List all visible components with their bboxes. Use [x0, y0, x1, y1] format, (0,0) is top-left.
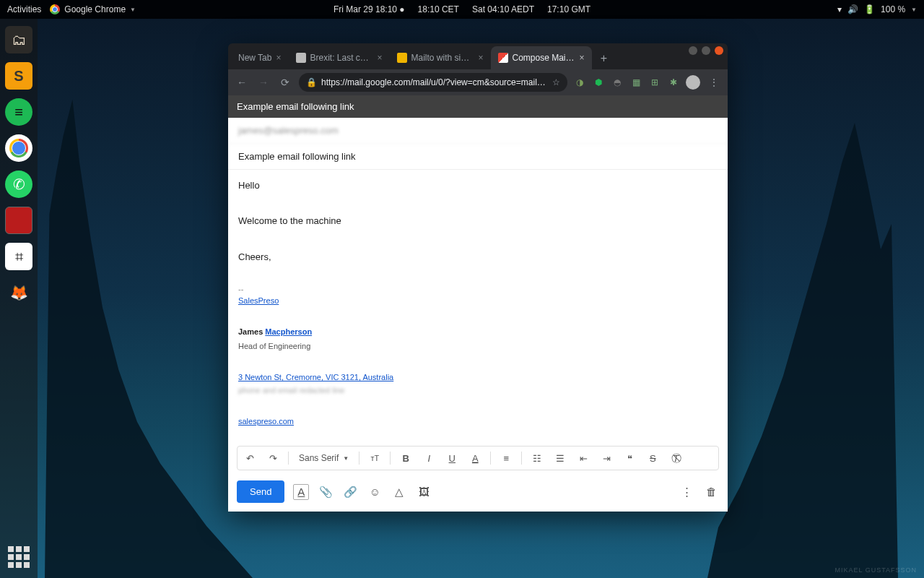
- insert-photo-button[interactable]: 🖼: [416, 484, 432, 500]
- network-icon: ▾: [837, 4, 842, 14]
- redo-button[interactable]: ↷: [265, 449, 281, 467]
- browser-tab[interactable]: Brexit: Last chance to… ×: [289, 46, 390, 69]
- chrome-menu-button[interactable]: ⋮: [706, 74, 722, 90]
- ubuntu-dock: 🗂 S ≡ ✆ ⌗ 🦊: [0, 19, 38, 578]
- extension-icon[interactable]: ◓: [611, 76, 624, 89]
- close-icon[interactable]: ×: [377, 53, 382, 63]
- text-color-button[interactable]: A: [467, 449, 483, 467]
- browser-tab[interactable]: New Tab ×: [231, 46, 289, 69]
- attach-button[interactable]: 📎: [318, 484, 334, 500]
- compose-title-bar: Example email following link: [228, 95, 728, 118]
- chevron-down-icon: ▼: [911, 7, 917, 13]
- indent-less-button[interactable]: ⇤: [575, 449, 591, 467]
- forward-button[interactable]: →: [256, 74, 271, 90]
- formatting-toggle-button[interactable]: A: [293, 484, 309, 500]
- emoji-button[interactable]: ☺: [367, 484, 383, 500]
- wallpaper-credit: MIKAEL GUSTAFSSON: [834, 566, 917, 574]
- align-button[interactable]: ≡: [498, 449, 514, 467]
- address-bar-row: ← → ⟳ 🔒 https://mail.google.com/mail/u/0…: [228, 69, 728, 95]
- bullet-list-button[interactable]: ☰: [552, 449, 568, 467]
- formatting-toolbar: ↶ ↷ Sans Serif▼ тT B I U A ≡ ☷ ☰ ⇤ ⇥ ❝ S…: [237, 446, 719, 470]
- battery-percent: 100 %: [881, 4, 905, 14]
- spotify-icon[interactable]: ≡: [5, 98, 32, 126]
- extension-icon[interactable]: ▦: [629, 76, 642, 89]
- font-selector[interactable]: Sans Serif▼: [296, 453, 352, 463]
- drive-button[interactable]: △: [391, 484, 407, 500]
- close-icon[interactable]: ×: [276, 53, 281, 63]
- chrome-dock-icon[interactable]: [5, 134, 32, 162]
- close-icon[interactable]: ×: [478, 53, 483, 63]
- favicon: [296, 53, 306, 63]
- slack-icon[interactable]: ⌗: [5, 243, 32, 270]
- send-button[interactable]: Send: [237, 480, 284, 503]
- gmail-icon: [498, 53, 508, 63]
- discard-draft-button[interactable]: 🗑: [703, 484, 719, 500]
- clock-extra: 17:10 GMT: [547, 4, 590, 14]
- window-maximize[interactable]: [702, 46, 710, 55]
- numbered-list-button[interactable]: ☷: [529, 449, 545, 467]
- insert-link-button[interactable]: 🔗: [342, 484, 358, 500]
- signature-name-link[interactable]: Macpherson: [265, 327, 312, 336]
- files-app-icon[interactable]: 🗂: [5, 26, 32, 53]
- send-row: Send A 📎 🔗 ☺ △ 🖼 ⋮ 🗑: [228, 475, 728, 512]
- gimp-icon[interactable]: 🦊: [5, 279, 32, 306]
- extension-icon[interactable]: ⬢: [592, 76, 605, 89]
- favicon: [397, 53, 407, 63]
- compose-body: james@salespreso.com Example email follo…: [228, 118, 728, 512]
- volume-icon: 🔊: [847, 4, 858, 14]
- clock-extra: Sat 04:10 AEDT: [472, 4, 534, 14]
- underline-button[interactable]: U: [444, 449, 460, 467]
- italic-button[interactable]: I: [421, 449, 437, 467]
- strikethrough-button[interactable]: S: [645, 449, 661, 467]
- new-tab-button[interactable]: +: [595, 49, 614, 68]
- browser-tab[interactable]: Compose Mail - james… ×: [491, 46, 592, 69]
- clock-extra: 18:10 CET: [418, 4, 459, 14]
- bold-button[interactable]: B: [398, 449, 414, 467]
- font-size-button[interactable]: тT: [367, 449, 383, 467]
- email-body-editor[interactable]: Hello Welcome to the machine Cheers, -- …: [228, 170, 728, 446]
- tab-strip: New Tab × Brexit: Last chance to… × Mail…: [228, 43, 728, 69]
- app-icon[interactable]: [5, 207, 32, 234]
- back-button[interactable]: ←: [234, 74, 250, 90]
- lock-icon: 🔒: [306, 77, 317, 87]
- star-icon[interactable]: ☆: [552, 77, 560, 87]
- window-close[interactable]: [715, 46, 723, 55]
- gnome-top-bar: Activities Google Chrome ▼ Fri Mar 29 18…: [0, 0, 924, 19]
- browser-tab[interactable]: Mailto with signature… ×: [390, 46, 491, 69]
- app-menu[interactable]: Google Chrome ▼: [50, 4, 136, 14]
- chrome-icon: [50, 4, 60, 14]
- quote-button[interactable]: ❝: [622, 449, 637, 467]
- signature-address-link[interactable]: 3 Newton St, Cremorne, VIC 3121, Austral…: [238, 373, 393, 381]
- indent-more-button[interactable]: ⇥: [598, 449, 614, 467]
- profile-avatar[interactable]: [686, 75, 700, 90]
- clock-primary[interactable]: Fri Mar 29 18:10 ●: [334, 4, 405, 14]
- more-options-button[interactable]: ⋮: [679, 484, 694, 500]
- address-bar[interactable]: 🔒 https://mail.google.com/mail/u/0/?view…: [299, 73, 567, 92]
- whatsapp-icon[interactable]: ✆: [5, 171, 32, 198]
- undo-button[interactable]: ↶: [242, 449, 258, 467]
- chevron-down-icon: ▼: [130, 7, 136, 13]
- close-icon[interactable]: ×: [579, 53, 584, 63]
- recipients-field[interactable]: james@salespreso.com: [228, 118, 728, 144]
- chrome-window: New Tab × Brexit: Last chance to… × Mail…: [228, 43, 728, 512]
- extension-icon[interactable]: ◑: [573, 76, 586, 89]
- show-applications-button[interactable]: [8, 546, 30, 568]
- signature-company-link[interactable]: SalesPreso: [238, 296, 279, 305]
- extension-icon[interactable]: ✱: [667, 76, 680, 89]
- subject-field[interactable]: Example email following link: [228, 144, 728, 170]
- signature-site-link[interactable]: salespreso.com: [238, 417, 294, 426]
- clear-formatting-button[interactable]: T⃠: [668, 449, 684, 467]
- activities-button[interactable]: Activities: [7, 4, 41, 14]
- battery-icon: 🔋: [864, 4, 875, 14]
- reload-button[interactable]: ⟳: [277, 74, 293, 90]
- extension-icon[interactable]: ⊞: [648, 76, 661, 89]
- system-tray[interactable]: ▾ 🔊 🔋 100 % ▼: [837, 4, 917, 14]
- window-minimize[interactable]: [689, 46, 697, 55]
- sublime-icon[interactable]: S: [5, 62, 32, 90]
